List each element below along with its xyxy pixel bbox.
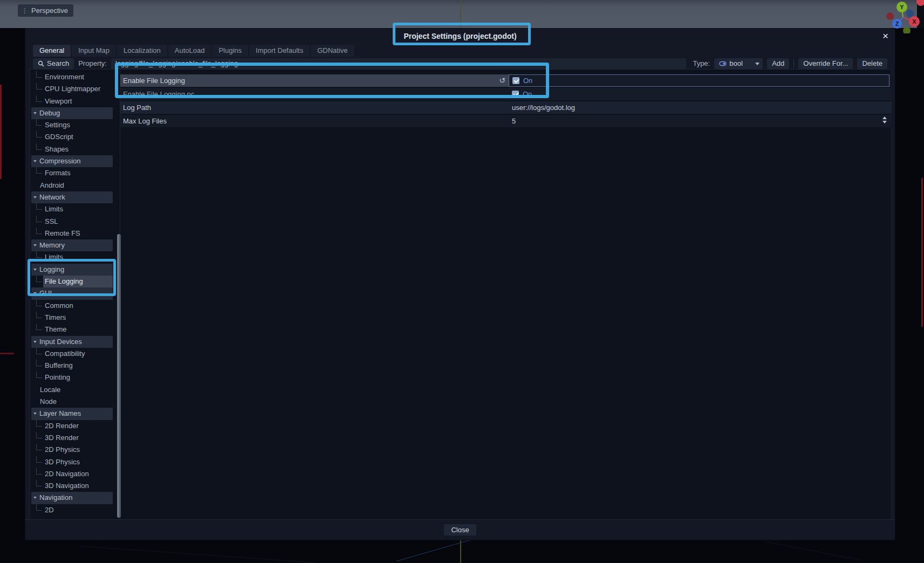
sidebar-item-label: Memory	[39, 241, 65, 249]
property-value[interactable]: On	[509, 88, 889, 100]
sidebar-item-gui[interactable]: GUI	[31, 287, 117, 299]
sidebar-item-common[interactable]: Common	[31, 300, 117, 312]
sidebar-item-label: Environment	[45, 73, 84, 81]
sidebar-item-compression[interactable]: Compression	[31, 155, 117, 167]
properties-panel: Enable File Logging↺OnEnable File Loggin…	[120, 70, 892, 519]
sidebar-item-debug[interactable]: Debug	[31, 107, 117, 119]
add-button[interactable]: Add	[767, 58, 789, 69]
sidebar-item-3d-navigation[interactable]: 3D Navigation	[31, 480, 117, 492]
sidebar-item-layer-names[interactable]: Layer Names	[31, 408, 117, 420]
axis-ball-neg-z[interactable]	[906, 10, 914, 17]
chevron-down-icon[interactable]	[33, 269, 37, 271]
sidebar-item-shapes[interactable]: Shapes	[31, 143, 117, 155]
tab-general[interactable]: General	[33, 45, 71, 57]
sidebar-item-2d[interactable]: 2D	[31, 504, 117, 516]
up-down-arrows-icon[interactable]	[882, 116, 887, 123]
sidebar-item-file-logging[interactable]: File Logging	[31, 276, 117, 287]
checkbox-checked-icon[interactable]	[512, 77, 519, 84]
sidebar-item-theme[interactable]: Theme	[31, 324, 117, 335]
sidebar-item-2d-navigation[interactable]: 2D Navigation	[31, 468, 117, 480]
viewport-grid-line	[460, 0, 461, 28]
viewport-grid-line	[766, 541, 861, 560]
property-value[interactable]: 5	[509, 115, 889, 127]
chevron-down-icon[interactable]	[33, 497, 37, 499]
dialog-titlebar: Project Settings (project.godot) ×	[25, 29, 895, 44]
chevron-down-icon[interactable]	[33, 413, 37, 415]
sidebar-item-settings[interactable]: Settings	[31, 119, 117, 131]
chevron-down-icon[interactable]	[33, 196, 37, 198]
chevron-down-icon[interactable]	[33, 160, 37, 162]
tab-import-defaults[interactable]: Import Defaults	[249, 45, 310, 57]
sidebar-item-android[interactable]: Android	[31, 180, 117, 191]
sidebar-item-navigation[interactable]: Navigation	[31, 492, 117, 504]
axis-ball-corner[interactable]	[916, 0, 924, 6]
close-icon[interactable]: ×	[882, 30, 888, 43]
sidebar-item-compatibility[interactable]: Compatibility	[31, 348, 117, 360]
revert-icon[interactable]: ↺	[499, 74, 505, 87]
sidebar-item-limits[interactable]: Limits	[31, 251, 117, 263]
property-row-log-path[interactable]: Log Pathuser://logs/godot.log	[120, 101, 892, 114]
perspective-menu-button[interactable]: ⋮ Perspective	[18, 4, 73, 17]
delete-button[interactable]: Delete	[857, 58, 887, 69]
override-for-button[interactable]: Override For...	[798, 58, 853, 69]
sidebar-item-pointing[interactable]: Pointing	[31, 372, 117, 383]
chevron-down-icon[interactable]	[33, 244, 37, 246]
property-row-enable-file-logging-pc[interactable]: Enable File Logging.pcOn	[120, 88, 892, 100]
sidebar-item-3d-physics[interactable]: 3D Physics	[31, 456, 117, 468]
sidebar-item-label: Debug	[39, 109, 60, 117]
close-button[interactable]: Close	[444, 524, 476, 535]
sidebar-item-memory[interactable]: Memory	[31, 239, 117, 251]
sidebar-item-label: GUI	[39, 289, 52, 297]
sidebar-item-input-devices[interactable]: Input Devices	[31, 336, 117, 348]
sidebar-item-node[interactable]: Node	[31, 396, 117, 408]
sidebar-item-limits[interactable]: Limits	[31, 203, 117, 215]
sidebar-item-ssl[interactable]: SSL	[31, 216, 117, 228]
axis-label-x: X	[912, 18, 916, 25]
sidebar-item-environment[interactable]: Environment	[31, 71, 117, 83]
property-value[interactable]: On	[509, 74, 889, 87]
chevron-down-icon[interactable]	[33, 292, 37, 294]
checkbox-checked-icon[interactable]	[512, 91, 519, 98]
sidebar-item-label: 2D Physics	[45, 445, 80, 454]
sidebar-item-timers[interactable]: Timers	[31, 312, 117, 324]
sidebar-item-label: SSL	[45, 217, 58, 225]
sidebar-item-2d-physics[interactable]: 2D Physics	[31, 444, 117, 456]
sidebar-item-locale[interactable]: Locale	[31, 384, 117, 396]
sidebar-item-label: Logging	[39, 265, 64, 273]
tab-input-map[interactable]: Input Map	[72, 45, 116, 57]
override-for-label: Override For...	[803, 59, 848, 67]
axis-ball-neg-x[interactable]	[886, 12, 894, 20]
sidebar-item-gdscript[interactable]: GDScript	[31, 131, 117, 143]
tab-plugins[interactable]: Plugins	[212, 45, 248, 57]
sidebar-item-viewport[interactable]: Viewport	[31, 95, 117, 107]
sidebar-item-logging[interactable]: Logging	[31, 264, 117, 276]
chevron-down-icon[interactable]	[33, 341, 37, 343]
property-value[interactable]: user://logs/godot.log	[509, 101, 889, 114]
sidebar-item-2d-render[interactable]: 2D Render	[31, 420, 117, 432]
sidebar-item-label: Android	[40, 181, 64, 189]
tab-autoload[interactable]: AutoLoad	[168, 45, 211, 57]
type-dropdown[interactable]: bool	[714, 58, 763, 69]
axis-ball-neg-y[interactable]	[903, 27, 911, 33]
tab-gdnative[interactable]: GDNative	[311, 45, 354, 57]
property-label: Log Path	[120, 101, 509, 114]
sidebar-item-cpu-lightmapper[interactable]: CPU Lightmapper	[31, 83, 117, 95]
sidebar-item-label: 2D Render	[45, 422, 79, 430]
sidebar-item-3d-render[interactable]: 3D Render	[31, 432, 117, 444]
sidebar-item-formats[interactable]: Formats	[31, 167, 117, 179]
tab-localization[interactable]: Localization	[117, 45, 167, 57]
sidebar-item-label: Pointing	[45, 373, 70, 381]
sidebar-item-label: Buffering	[45, 361, 73, 369]
dialog-bottombar: Close	[25, 519, 895, 540]
perspective-label: Perspective	[31, 6, 68, 15]
search-button[interactable]: Search	[33, 58, 74, 69]
chevron-down-icon[interactable]	[33, 112, 37, 114]
property-row-enable-file-logging[interactable]: Enable File Logging↺On	[120, 74, 892, 87]
sidebar-item-buffering[interactable]: Buffering	[31, 360, 117, 372]
sidebar-item-label: Viewport	[45, 97, 72, 105]
sidebar-item-remote-fs[interactable]: Remote FS	[31, 228, 117, 239]
property-path-input[interactable]: logging/file_logging/enable_file_logging	[111, 58, 686, 69]
property-row-max-log-files[interactable]: Max Log Files5	[120, 115, 892, 127]
sidebar-item-label: 2D	[45, 506, 54, 514]
sidebar-item-network[interactable]: Network	[31, 191, 117, 203]
